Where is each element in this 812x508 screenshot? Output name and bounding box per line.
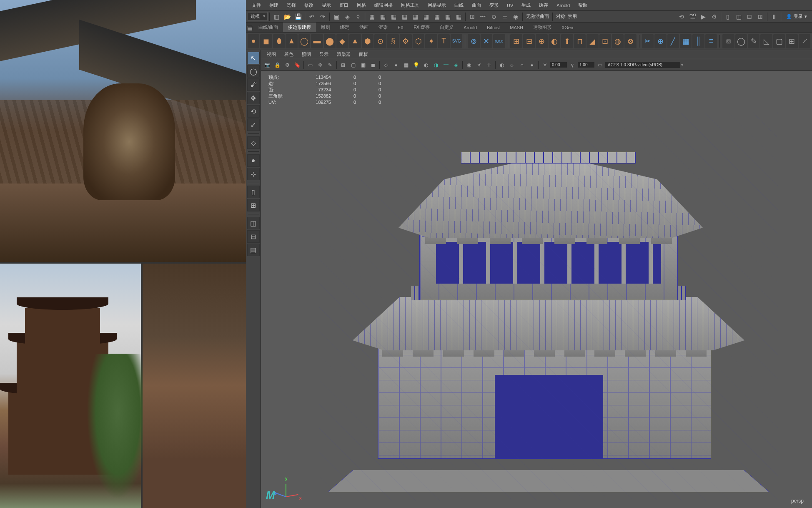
pause-icon[interactable]: ⏸ — [769, 12, 779, 22]
workspace-selector[interactable]: 建模 — [248, 12, 268, 21]
3d-model-pagoda[interactable] — [319, 113, 778, 500]
snap-point-icon[interactable]: ⊙ — [489, 12, 499, 22]
panel-menu-panels[interactable]: 面板 — [355, 51, 372, 58]
panel-layout-icon[interactable]: ◫ — [734, 12, 744, 22]
crease-icon[interactable]: ⟋ — [799, 34, 810, 48]
image-plane-icon[interactable]: ▭ — [306, 60, 315, 70]
sym-x-icon[interactable]: ✕ — [481, 34, 492, 48]
new-scene-icon[interactable]: ▥ — [271, 12, 281, 22]
no-light-icon[interactable]: ● — [527, 60, 536, 70]
snap-curve-icon[interactable]: 〰 — [478, 12, 488, 22]
poly-cylinder-icon[interactable]: ⬮ — [273, 34, 285, 48]
select-component-icon[interactable]: ◊ — [353, 12, 363, 22]
construction-history-icon[interactable]: ⟲ — [677, 12, 687, 22]
poly-disc-icon[interactable]: ⬤ — [324, 34, 336, 48]
layout-four-icon[interactable]: ⊞ — [247, 199, 260, 211]
shelf-tab-curves[interactable]: 曲线/曲面 — [253, 23, 283, 32]
menu-modify[interactable]: 修改 — [300, 2, 318, 8]
panel-menu-renderer[interactable]: 渲染器 — [333, 51, 355, 58]
poly-gear-icon[interactable]: ⚙ — [400, 34, 411, 48]
selection-mask-icon[interactable]: ▦ — [378, 12, 388, 22]
undo-icon[interactable]: ↶ — [307, 12, 317, 22]
shelf-tab-polygons[interactable]: 多边形建模 — [283, 23, 316, 32]
camera-settings-icon[interactable]: ⚙ — [283, 60, 292, 70]
bridge-icon[interactable]: ⊓ — [574, 34, 586, 48]
render-icon[interactable]: 🎬 — [687, 12, 697, 22]
panel-layout-icon[interactable]: ⊞ — [755, 12, 765, 22]
rotate-tool[interactable]: ⟲ — [247, 105, 260, 118]
selection-mask-icon[interactable]: ▦ — [410, 12, 420, 22]
use-lights-icon[interactable]: 💡 — [411, 60, 421, 70]
exposure-icon[interactable]: ☀ — [540, 60, 549, 70]
last-tool[interactable]: ◇ — [247, 136, 260, 149]
save-scene-icon[interactable]: 💾 — [293, 12, 303, 22]
grease-pencil-icon[interactable]: ✎ — [326, 60, 335, 70]
triangulate-icon[interactable]: ◺ — [760, 34, 772, 48]
poly-cone-icon[interactable]: ▲ — [286, 34, 297, 48]
redo-icon[interactable]: ↷ — [318, 12, 328, 22]
all-lights-icon[interactable]: ☼ — [507, 60, 516, 70]
resolution-gate-icon[interactable]: ▣ — [358, 60, 368, 70]
select-camera-icon[interactable]: 📷 — [263, 60, 272, 70]
menu-select[interactable]: 选择 — [283, 2, 300, 8]
shelf-tab-bifrost[interactable]: Bifrost — [482, 23, 505, 32]
lasso-tool[interactable]: ◯ — [247, 65, 260, 78]
select-tool[interactable]: ↖ — [247, 52, 260, 64]
bevel-icon[interactable]: ◢ — [586, 34, 598, 48]
menu-mesh[interactable]: 网格 — [353, 2, 370, 8]
connect-icon[interactable]: ╱ — [667, 34, 679, 48]
shelf-tab-fx[interactable]: FX — [393, 23, 409, 32]
xray-joints-icon[interactable]: ⁜ — [484, 60, 494, 70]
shelf-tab-motiongraphics[interactable]: 运动图形 — [528, 23, 556, 32]
menu-arnold[interactable]: Arnold — [552, 3, 574, 8]
shelf-tab-custom[interactable]: 自定义 — [435, 23, 459, 32]
shadows-icon[interactable]: ◐ — [421, 60, 431, 70]
poly-prism-icon[interactable]: ⬢ — [362, 34, 373, 48]
symmetry-label[interactable]: 对称: 禁用 — [554, 13, 579, 20]
bookmarks-icon[interactable]: 🔖 — [293, 60, 302, 70]
poly-torus-icon[interactable]: ◯ — [298, 34, 310, 48]
panel-layout-icon[interactable]: ▯ — [723, 12, 733, 22]
poly-plane-icon[interactable]: ▬ — [311, 34, 323, 48]
wireframe-icon[interactable]: ◇ — [381, 60, 391, 70]
colorspace-icon[interactable]: ▭ — [595, 60, 604, 70]
snap-plane-icon[interactable]: ▭ — [500, 12, 510, 22]
open-scene-icon[interactable]: 📂 — [282, 12, 292, 22]
panel-menu-shading[interactable]: 着色 — [280, 51, 298, 58]
panel-menu-lighting[interactable]: 照明 — [298, 51, 315, 58]
menu-windows[interactable]: 窗口 — [335, 2, 353, 8]
poly-superellipse-icon[interactable]: ✦ — [425, 34, 437, 48]
smooth-shade-icon[interactable]: ● — [391, 60, 401, 70]
isolate-select-icon[interactable]: ◉ — [464, 60, 474, 70]
move-tool[interactable]: ✥ — [247, 92, 260, 104]
shelf-tab-xgen[interactable]: XGen — [556, 23, 578, 32]
mirror-icon[interactable]: ⧈ — [722, 34, 734, 48]
menu-file[interactable]: 文件 — [248, 2, 265, 8]
selection-mask-icon[interactable]: ▦ — [399, 12, 409, 22]
flat-light-icon[interactable]: ○ — [517, 60, 526, 70]
layout-persp-graph-icon[interactable]: ⊟ — [247, 230, 260, 243]
menu-display[interactable]: 显示 — [318, 2, 335, 8]
svg-icon[interactable]: SVG — [451, 34, 462, 48]
render-settings-icon[interactable]: ⚙ — [709, 12, 719, 22]
poly-platonic-icon[interactable]: ◆ — [336, 34, 348, 48]
ipr-icon[interactable]: ▶ — [698, 12, 708, 22]
account-login[interactable]: 👤 登录 ▾ — [783, 13, 810, 20]
menu-meshtools[interactable]: 网格工具 — [397, 2, 424, 8]
show-manip-tool[interactable]: ⊹ — [247, 168, 260, 180]
poly-type-icon[interactable]: T — [438, 34, 450, 48]
soft-select-icon[interactable]: ⊚ — [468, 34, 479, 48]
snap-live-icon[interactable]: ◉ — [511, 12, 521, 22]
panel-menu-show[interactable]: 显示 — [315, 51, 333, 58]
poly-pyramid-icon[interactable]: ▲ — [349, 34, 361, 48]
shelf-tab-fxcache[interactable]: FX 缓存 — [409, 23, 435, 32]
exposure-value[interactable]: 0.00 — [550, 62, 567, 68]
motion-blur-icon[interactable]: 〰 — [441, 60, 451, 70]
panel-menu-view[interactable]: 视图 — [263, 51, 280, 58]
multicut-icon[interactable]: ✂ — [642, 34, 654, 48]
poly-pipe-icon[interactable]: ⊙ — [374, 34, 386, 48]
fill-hole-icon[interactable]: ◍ — [612, 34, 624, 48]
menu-surfaces[interactable]: 曲面 — [468, 2, 485, 8]
menu-editmesh[interactable]: 编辑网格 — [370, 2, 397, 8]
menu-help[interactable]: 帮助 — [574, 2, 591, 8]
